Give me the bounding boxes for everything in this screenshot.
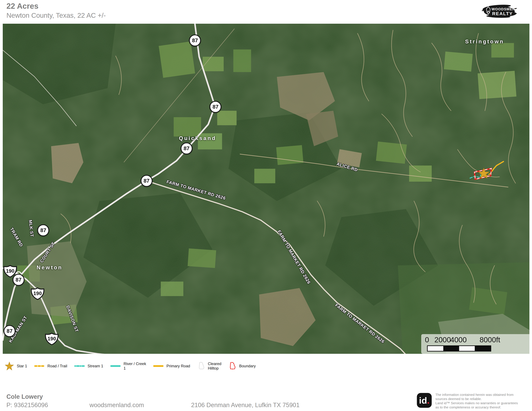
legend-item-stream: Stream 1 (74, 362, 103, 370)
road-label: MLK ST (28, 220, 35, 237)
highway-shield-87: 87 (189, 35, 201, 47)
scalebar-seg (459, 346, 475, 351)
star-icon (5, 362, 14, 371)
legend-item-primary-road: Primary Road (153, 362, 190, 370)
satellite-map: QuicksandNewtonStringtownFARM TO MARKET … (3, 24, 529, 354)
cleared-hilltop-icon (197, 362, 205, 370)
agent-phone: P: 9362156096 (6, 402, 48, 409)
land-id-logo: id. (417, 393, 432, 408)
legend-label: Boundary (239, 364, 256, 368)
page-subtitle: Newton County, Texas, 22 AC +/- (6, 12, 106, 19)
legend-item-star: Star 1 (5, 362, 27, 371)
highway-shield-87: 87 (37, 224, 49, 236)
road-label: FARM TO MARKET RD 2626 (276, 229, 312, 285)
us-route-shield-190: 190 (30, 287, 45, 300)
road-label: TRAM RD (9, 227, 24, 248)
scalebar-seg (443, 346, 459, 351)
road-label: DAVISON ST (65, 305, 79, 333)
legend-label: River / Creek1 (124, 362, 146, 371)
scalebar-tick: 2000 (434, 336, 451, 344)
land-id-text: id (419, 395, 427, 406)
highway-shield-87: 87 (209, 101, 221, 113)
agent-address: 2106 Denman Avenue, Lufkin TX 75901 (191, 402, 300, 409)
legend-item-river: River / Creek1 (110, 362, 146, 371)
scalebar-tick: 4000 (450, 336, 467, 344)
town-label-quicksand: Quicksand (179, 135, 216, 141)
disclaimer-text: The information contained herein was obt… (435, 393, 532, 409)
svg-text:190: 190 (33, 291, 42, 296)
stream-icon (74, 362, 85, 370)
scalebar-seg (428, 346, 444, 351)
map-legend: Star 1Road / TrailStream 1River / Creek1… (5, 359, 256, 373)
road-label: FARM TO MARKET RD 2626 (166, 179, 226, 201)
us-route-shield-190: 190 (3, 264, 18, 278)
legend-label: Stream 1 (87, 364, 103, 368)
legend-label: Road / Trail (48, 364, 67, 368)
legend-label: Star 1 (17, 364, 27, 368)
highway-shield-87: 87 (4, 325, 16, 337)
map-label-layer: QuicksandNewtonStringtownFARM TO MARKET … (3, 24, 529, 354)
svg-text:190: 190 (6, 268, 14, 274)
legend-item-hilltop: ClearedHilltop (197, 362, 221, 371)
scalebar-bar (427, 346, 491, 352)
town-label-stringtown: Stringtown (465, 38, 504, 45)
river-creek-icon (110, 362, 121, 370)
woodsmen-realty-logo: WOODSMEN REALTY (482, 4, 517, 19)
legend-item-boundary: Boundary (228, 362, 256, 370)
highway-shield-87: 87 (141, 175, 152, 187)
road-trail-icon (34, 362, 45, 370)
brand-line1: WOODSMEN (492, 7, 515, 11)
svg-text:190: 190 (48, 336, 56, 342)
legend-item-road-trail: Road / Trail (34, 362, 67, 370)
scalebar-tick: 0 (425, 336, 429, 344)
boundary-icon (228, 362, 236, 370)
road-label: FARM TO MARKET RD 2626 (334, 303, 386, 344)
land-id-dot: . (427, 395, 430, 406)
brand-line2: REALTY (492, 11, 513, 16)
brand-brush-icon: WOODSMEN REALTY (482, 4, 517, 19)
map-scalebar: 0200040008000ft (421, 334, 529, 354)
primary-road-icon (153, 362, 163, 370)
town-label-newton: Newton (37, 264, 63, 271)
legend-label: Primary Road (166, 364, 190, 368)
road-label: ALICE RD (336, 161, 359, 172)
legend-label: ClearedHilltop (208, 362, 221, 371)
scalebar-end-label: 8000ft (480, 336, 500, 344)
agent-name: Cole Lowery (6, 393, 43, 400)
scalebar-seg (475, 346, 491, 351)
road-label: COURT ST (39, 241, 56, 264)
us-route-shield-190: 190 (44, 332, 59, 346)
page-title: 22 Acres (6, 2, 38, 10)
agent-website: woodsmenland.com (89, 402, 144, 409)
highway-shield-87: 87 (180, 142, 192, 154)
